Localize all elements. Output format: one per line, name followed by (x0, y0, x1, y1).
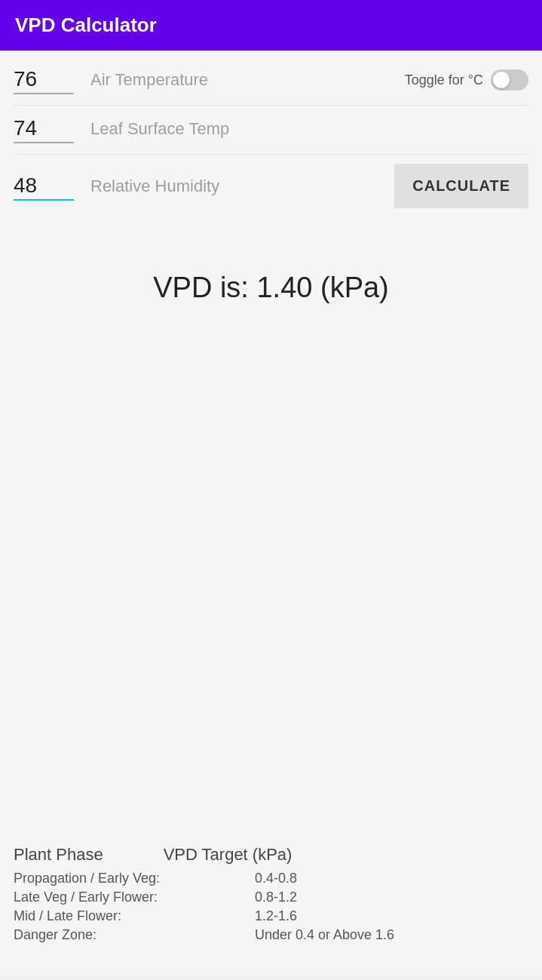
ref-vpd-2: 1.2-1.6 (255, 908, 297, 924)
humidity-input-wrapper (14, 172, 81, 201)
reference-table-header: Plant Phase VPD Target (kPa) (14, 845, 528, 865)
ref-row-2: Mid / Late Flower: 1.2-1.6 (14, 908, 528, 924)
ref-vpd-0: 0.4-0.8 (255, 871, 297, 886)
ref-phase-0: Propagation / Early Veg: (14, 871, 240, 886)
ref-vpd-3: Under 0.4 or Above 1.6 (255, 927, 394, 943)
main-content: Air Temperature Toggle for °C Leaf Surfa… (0, 51, 542, 976)
leaf-temp-input[interactable] (14, 115, 74, 143)
vpd-result-text: VPD is: 1.40 (kPa) (153, 272, 389, 303)
ref-phase-2: Mid / Late Flower: (14, 908, 240, 924)
leaf-temp-label: Leaf Surface Temp (90, 119, 528, 139)
ref-row-3: Danger Zone: Under 0.4 or Above 1.6 (14, 927, 528, 943)
toggle-slider (491, 69, 528, 91)
toggle-label: Toggle for °C (405, 72, 483, 88)
celsius-toggle[interactable] (491, 69, 528, 91)
ref-phase-3: Danger Zone: (14, 927, 240, 943)
humidity-row: Relative Humidity CALCULATE (14, 164, 528, 211)
divider-2 (14, 154, 528, 155)
ref-col-vpd-header: VPD Target (kPa) (164, 845, 292, 865)
ref-row-1: Late Veg / Early Flower: 0.8-1.2 (14, 889, 528, 905)
ref-col-phase-header: Plant Phase (14, 845, 103, 865)
leaf-temp-input-wrapper (14, 115, 81, 143)
leaf-temp-row: Leaf Surface Temp (14, 115, 528, 146)
ref-phase-1: Late Veg / Early Flower: (14, 889, 240, 905)
reference-table: Plant Phase VPD Target (kPa) Propagation… (14, 830, 528, 946)
air-temp-input-wrapper (14, 66, 81, 94)
air-temp-row: Air Temperature Toggle for °C (14, 66, 528, 97)
celsius-toggle-section: Toggle for °C (405, 69, 528, 91)
air-temp-input[interactable] (14, 66, 74, 94)
humidity-input[interactable] (14, 172, 74, 201)
divider-1 (14, 105, 528, 106)
app-title: VPD Calculator (15, 14, 157, 36)
air-temp-label: Air Temperature (90, 70, 405, 90)
ref-vpd-1: 0.8-1.2 (255, 889, 297, 905)
calculate-button[interactable]: CALCULATE (394, 164, 528, 208)
vpd-result-section: VPD is: 1.40 (kPa) (14, 272, 528, 304)
humidity-label: Relative Humidity (90, 177, 394, 196)
app-header: VPD Calculator (0, 0, 542, 51)
ref-row-0: Propagation / Early Veg: 0.4-0.8 (14, 871, 528, 886)
